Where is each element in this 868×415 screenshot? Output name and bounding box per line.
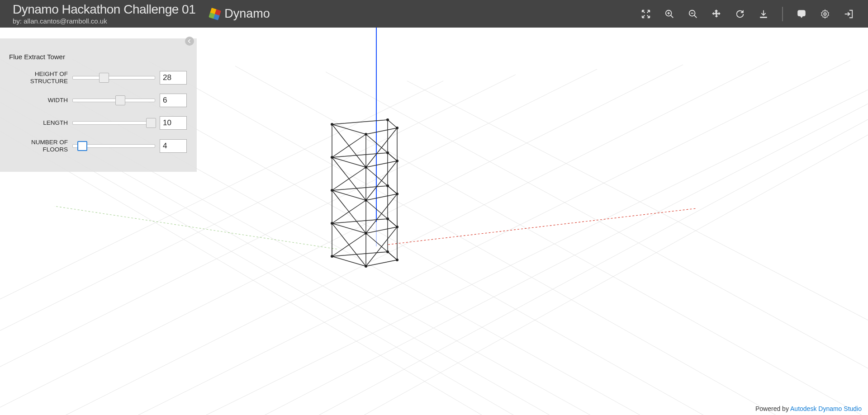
svg-line-1: [671, 15, 674, 18]
svg-line-22: [204, 63, 868, 415]
svg-point-61: [365, 265, 367, 268]
svg-point-72: [396, 160, 398, 162]
svg-point-58: [331, 255, 333, 258]
param-row-width: WIDTH: [9, 94, 187, 107]
svg-line-16: [235, 66, 864, 415]
svg-point-60: [396, 259, 398, 261]
share-export-icon[interactable]: [842, 7, 855, 21]
brand-label: Dynamo: [224, 7, 270, 21]
svg-line-57: [366, 134, 397, 161]
param-row-floors: NUMBER OF FLOORS: [9, 139, 187, 153]
orbit-icon[interactable]: [733, 7, 747, 21]
svg-line-21: [262, 75, 868, 415]
svg-point-71: [386, 151, 389, 154]
zoom-out-icon[interactable]: [686, 7, 700, 21]
input-panel: Flue Extract Tower HEIGHT OF STRUCTUREWI…: [0, 38, 197, 172]
slider-thumb-length[interactable]: [146, 118, 156, 128]
collapse-panel-button[interactable]: [185, 37, 194, 46]
panel-title: Flue Extract Tower: [9, 53, 187, 61]
svg-point-8: [824, 13, 826, 15]
param-row-length: LENGTH: [9, 116, 187, 130]
param-slider-floors[interactable]: [72, 141, 155, 151]
brand: Dynamo: [210, 7, 270, 21]
svg-line-51: [366, 233, 397, 260]
param-input-height[interactable]: [160, 71, 187, 85]
param-slider-height[interactable]: [72, 73, 155, 83]
settings-icon[interactable]: [818, 7, 832, 21]
slider-thumb-height[interactable]: [99, 73, 109, 83]
pan-icon[interactable]: [710, 7, 723, 21]
slider-thumb-width[interactable]: [115, 95, 125, 105]
svg-line-45: [332, 190, 366, 233]
byline: by: allan.cantos@ramboll.co.uk: [13, 17, 195, 25]
svg-point-64: [396, 226, 398, 228]
app-header: Dynamo Hackathon Challenge 01 by: allan.…: [0, 0, 868, 28]
svg-line-5: [694, 15, 697, 18]
byline-prefix: by:: [13, 17, 24, 25]
title-block: Dynamo Hackathon Challenge 01 by: allan.…: [13, 3, 195, 25]
svg-point-65: [365, 232, 367, 235]
svg-line-23: [136, 60, 850, 415]
param-input-width[interactable]: [160, 94, 187, 107]
footer-credit: Powered by Autodesk Dynamo Studio: [755, 405, 862, 412]
param-slider-width[interactable]: [72, 95, 155, 105]
page-title: Dynamo Hackathon Challenge 01: [13, 3, 195, 16]
fit-view-icon[interactable]: [639, 7, 653, 21]
svg-line-53: [366, 200, 397, 227]
svg-point-73: [365, 166, 367, 169]
svg-line-49: [332, 124, 366, 167]
svg-line-15: [149, 61, 778, 415]
svg-point-76: [396, 127, 398, 129]
param-label-width: WIDTH: [9, 97, 68, 104]
dynamo-logo-icon: [209, 8, 221, 20]
svg-line-47: [332, 157, 366, 200]
param-label-length: LENGTH: [9, 119, 68, 127]
param-row-height: HEIGHT OF STRUCTURE: [9, 71, 187, 85]
svg-line-18: [407, 81, 868, 349]
toolbar-divider: [782, 7, 783, 21]
download-icon[interactable]: [757, 7, 770, 21]
svg-line-43: [332, 223, 366, 266]
zoom-in-icon[interactable]: [663, 7, 676, 21]
param-label-floors: NUMBER OF FLOORS: [9, 139, 68, 153]
svg-point-77: [365, 133, 367, 136]
comment-icon[interactable]: [795, 7, 808, 21]
slider-thumb-floors[interactable]: [77, 141, 87, 151]
svg-point-68: [396, 193, 398, 195]
footer-text: Powered by: [755, 405, 790, 412]
footer-link[interactable]: Autodesk Dynamo Studio: [790, 405, 862, 412]
tower-wireframe: [331, 118, 398, 268]
svg-point-75: [386, 118, 389, 121]
svg-point-69: [365, 199, 367, 202]
svg-point-62: [331, 222, 333, 225]
param-input-floors[interactable]: [160, 139, 187, 153]
byline-user: allan.cantos@ramboll.co.uk: [24, 17, 107, 25]
param-slider-length[interactable]: [72, 118, 155, 128]
param-input-length[interactable]: [160, 116, 187, 130]
toolbar: [639, 7, 855, 21]
svg-point-70: [331, 156, 333, 159]
svg-point-63: [386, 217, 389, 220]
svg-point-74: [331, 123, 333, 126]
svg-point-59: [386, 250, 389, 253]
svg-line-17: [326, 72, 868, 398]
svg-line-32: [54, 206, 337, 249]
param-label-height: HEIGHT OF STRUCTURE: [9, 71, 68, 85]
svg-line-19: [362, 104, 868, 415]
svg-point-66: [331, 189, 333, 192]
svg-point-67: [386, 184, 389, 187]
